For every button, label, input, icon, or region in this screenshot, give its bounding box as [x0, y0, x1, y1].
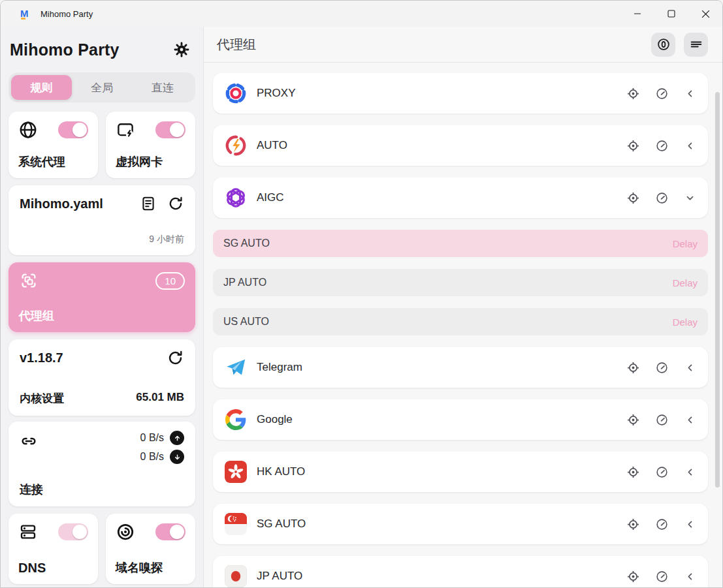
outbound-mode-tabs: 规则 全局 直连	[8, 72, 195, 102]
maximize-button[interactable]	[654, 1, 688, 27]
proxy-groups-count-badge: 10	[155, 272, 185, 290]
link-icon	[20, 432, 38, 450]
speed-gauge-icon[interactable]	[655, 465, 669, 479]
chevron-left-icon[interactable]	[684, 466, 696, 478]
main-panel: 代理组	[204, 27, 722, 587]
window-title: Mihomo Party	[40, 9, 93, 19]
locate-target-icon[interactable]	[626, 465, 640, 479]
delay-label[interactable]: Delay	[673, 317, 698, 328]
group-name: Telegram	[257, 361, 302, 374]
locate-target-icon[interactable]	[626, 87, 640, 101]
chevron-down-icon[interactable]	[684, 192, 696, 204]
locate-target-icon[interactable]	[626, 361, 640, 375]
group-row-google[interactable]: Google	[213, 399, 708, 440]
proxy-node-row[interactable]: JP AUTO Delay	[213, 269, 708, 296]
google-icon	[225, 409, 247, 431]
lines-button[interactable]	[684, 33, 708, 57]
locate-target-icon[interactable]	[626, 413, 640, 427]
group-row-telegram[interactable]: Telegram	[213, 347, 708, 388]
group-name: JP AUTO	[257, 570, 302, 583]
hk-flag-icon	[225, 461, 247, 483]
group-name: PROXY	[257, 87, 296, 100]
tab-rule[interactable]: 规则	[11, 75, 72, 100]
chevron-left-icon[interactable]	[684, 362, 696, 374]
locate-target-icon[interactable]	[626, 518, 640, 531]
speed-gauge-icon[interactable]	[655, 570, 669, 583]
virtual-nic-card[interactable]: 虚拟网卡	[106, 112, 195, 178]
lines-icon	[689, 37, 703, 52]
delay-label[interactable]: Delay	[673, 277, 698, 288]
document-icon[interactable]	[140, 195, 157, 212]
group-row-jp-auto[interactable]: JP AUTO	[213, 556, 708, 588]
dns-card[interactable]: DNS	[8, 514, 98, 584]
core-version: v1.18.7	[20, 350, 63, 365]
chevron-left-icon[interactable]	[684, 414, 696, 426]
system-proxy-card[interactable]: 系统代理	[8, 112, 98, 178]
virtual-nic-toggle[interactable]	[155, 121, 185, 138]
server-stack-icon	[18, 522, 38, 542]
speed-gauge-icon[interactable]	[655, 139, 669, 153]
openai-icon	[225, 187, 247, 209]
globe-icon	[18, 120, 38, 140]
proxy-node-name: SG AUTO	[223, 238, 270, 249]
chevron-left-icon[interactable]	[684, 140, 696, 152]
group-row-sg-auto[interactable]: SG AUTO	[213, 504, 708, 544]
proxy-groups-card[interactable]: 10 代理组	[8, 262, 195, 332]
chevron-left-icon[interactable]	[684, 518, 696, 531]
proxy-node-row[interactable]: SG AUTO Delay	[213, 230, 708, 257]
profile-updated-time: 9 小时前	[20, 234, 184, 245]
scrollbar-thumb[interactable]	[715, 92, 720, 487]
core-memory-value: 65.01 MB	[136, 391, 184, 406]
proxy-node-row[interactable]: US AUTO Delay	[213, 308, 708, 335]
core-card[interactable]: v1.18.7 内核设置 65.01 MB	[8, 339, 195, 416]
locate-target-icon[interactable]	[626, 570, 640, 583]
chevron-left-icon[interactable]	[684, 87, 696, 100]
group-name: AIGC	[257, 191, 284, 204]
sniffing-label: 域名嗅探	[116, 560, 185, 576]
group-name: SG AUTO	[257, 518, 306, 531]
gear-icon	[172, 40, 191, 59]
sidebar: Mihomo Party	[1, 27, 204, 587]
dns-toggle[interactable]	[58, 523, 88, 540]
download-arrow-icon	[170, 450, 184, 464]
proxy-node-name: JP AUTO	[223, 277, 266, 288]
profile-name: Mihomo.yaml	[20, 196, 103, 211]
refresh-icon[interactable]	[167, 195, 184, 212]
speed-gauge-icon[interactable]	[655, 361, 669, 375]
title-bar: M Mihomo Party	[1, 1, 722, 27]
proxy-group-list: PROXY AUTO	[204, 63, 722, 588]
download-speed: 0 B/s	[140, 451, 164, 463]
tab-global[interactable]: 全局	[72, 75, 133, 100]
auto-bolt-icon	[225, 134, 247, 157]
group-name: Google	[257, 413, 293, 426]
sniffing-card[interactable]: 域名嗅探	[106, 514, 195, 584]
sniffing-toggle[interactable]	[155, 523, 185, 540]
locate-target-icon[interactable]	[626, 139, 640, 153]
group-row-aigc[interactable]: AIGC	[213, 178, 708, 218]
profile-card[interactable]: Mihomo.yaml 9 小时前	[8, 185, 195, 255]
refresh-icon[interactable]	[167, 349, 184, 367]
group-row-auto[interactable]: AUTO	[213, 125, 708, 166]
chevron-left-icon[interactable]	[684, 570, 696, 583]
proxy-shutter-icon	[225, 82, 247, 104]
system-proxy-label: 系统代理	[18, 154, 88, 170]
speed-gauge-icon[interactable]	[655, 413, 669, 427]
locate-target-icon[interactable]	[626, 191, 640, 205]
speed-gauge-icon[interactable]	[655, 518, 669, 531]
speed-gauge-icon[interactable]	[655, 191, 669, 205]
dns-label: DNS	[18, 561, 88, 576]
delay-label[interactable]: Delay	[673, 238, 698, 249]
speed-gauge-icon[interactable]	[655, 87, 669, 101]
connections-card[interactable]: 0 B/s 0 B/s	[8, 422, 195, 506]
settings-button[interactable]	[170, 39, 193, 61]
minimize-button[interactable]	[620, 1, 654, 27]
close-button[interactable]	[688, 1, 722, 27]
connections-label: 连接	[20, 482, 184, 497]
tun-card-icon	[116, 120, 135, 140]
group-row-proxy[interactable]: PROXY	[213, 73, 708, 114]
sniff-radar-icon	[116, 522, 135, 542]
group-row-hk-auto[interactable]: HK AUTO	[213, 452, 708, 492]
circle-zero-button[interactable]	[651, 33, 675, 57]
tab-direct[interactable]: 直连	[132, 75, 193, 100]
system-proxy-toggle[interactable]	[58, 121, 88, 138]
